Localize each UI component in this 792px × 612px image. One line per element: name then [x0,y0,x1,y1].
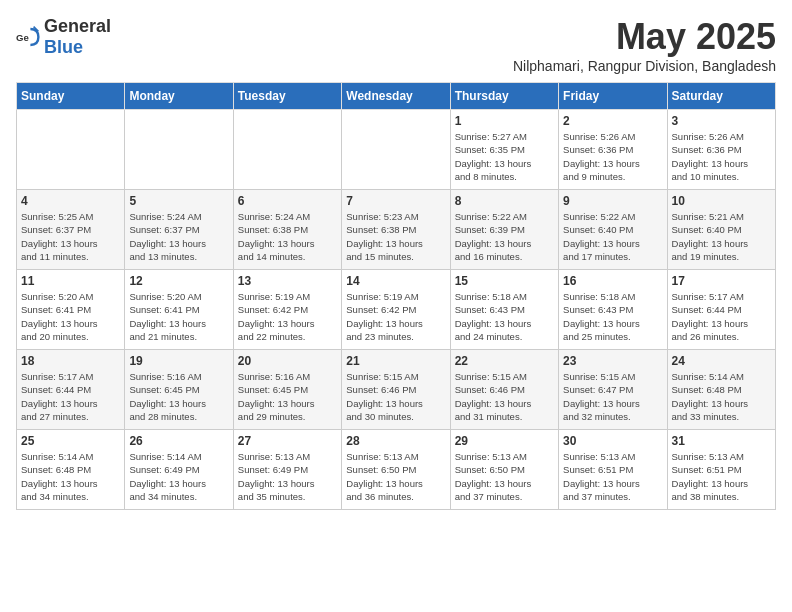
cell-info: Sunrise: 5:20 AMSunset: 6:41 PMDaylight:… [129,290,228,343]
calendar-cell [125,110,233,190]
day-number: 18 [21,354,120,368]
logo-text: General Blue [44,16,111,58]
calendar-cell: 6Sunrise: 5:24 AMSunset: 6:38 PMDaylight… [233,190,341,270]
day-number: 14 [346,274,445,288]
cell-info: Sunrise: 5:24 AMSunset: 6:38 PMDaylight:… [238,210,337,263]
day-number: 27 [238,434,337,448]
cell-info: Sunrise: 5:18 AMSunset: 6:43 PMDaylight:… [563,290,662,343]
logo-icon: Ge [16,25,40,49]
cell-info: Sunrise: 5:24 AMSunset: 6:37 PMDaylight:… [129,210,228,263]
calendar-cell: 1Sunrise: 5:27 AMSunset: 6:35 PMDaylight… [450,110,558,190]
cell-info: Sunrise: 5:15 AMSunset: 6:46 PMDaylight:… [346,370,445,423]
calendar-cell: 19Sunrise: 5:16 AMSunset: 6:45 PMDayligh… [125,350,233,430]
cell-info: Sunrise: 5:19 AMSunset: 6:42 PMDaylight:… [238,290,337,343]
weekday-header-sunday: Sunday [17,83,125,110]
cell-info: Sunrise: 5:26 AMSunset: 6:36 PMDaylight:… [563,130,662,183]
day-number: 17 [672,274,771,288]
calendar-cell: 2Sunrise: 5:26 AMSunset: 6:36 PMDaylight… [559,110,667,190]
cell-info: Sunrise: 5:13 AMSunset: 6:50 PMDaylight:… [455,450,554,503]
cell-info: Sunrise: 5:17 AMSunset: 6:44 PMDaylight:… [672,290,771,343]
weekday-header-friday: Friday [559,83,667,110]
day-number: 29 [455,434,554,448]
calendar-cell: 27Sunrise: 5:13 AMSunset: 6:49 PMDayligh… [233,430,341,510]
location-subtitle: Nilphamari, Rangpur Division, Bangladesh [513,58,776,74]
svg-text:Ge: Ge [16,32,29,43]
calendar-cell: 24Sunrise: 5:14 AMSunset: 6:48 PMDayligh… [667,350,775,430]
calendar-cell: 5Sunrise: 5:24 AMSunset: 6:37 PMDaylight… [125,190,233,270]
day-number: 12 [129,274,228,288]
day-number: 24 [672,354,771,368]
weekday-header-saturday: Saturday [667,83,775,110]
cell-info: Sunrise: 5:15 AMSunset: 6:46 PMDaylight:… [455,370,554,423]
day-number: 30 [563,434,662,448]
calendar-cell: 13Sunrise: 5:19 AMSunset: 6:42 PMDayligh… [233,270,341,350]
calendar-cell: 18Sunrise: 5:17 AMSunset: 6:44 PMDayligh… [17,350,125,430]
day-number: 19 [129,354,228,368]
day-number: 1 [455,114,554,128]
calendar-cell: 16Sunrise: 5:18 AMSunset: 6:43 PMDayligh… [559,270,667,350]
calendar-cell: 9Sunrise: 5:22 AMSunset: 6:40 PMDaylight… [559,190,667,270]
calendar-cell: 10Sunrise: 5:21 AMSunset: 6:40 PMDayligh… [667,190,775,270]
calendar-cell: 31Sunrise: 5:13 AMSunset: 6:51 PMDayligh… [667,430,775,510]
calendar-cell [17,110,125,190]
cell-info: Sunrise: 5:13 AMSunset: 6:51 PMDaylight:… [563,450,662,503]
calendar-cell: 21Sunrise: 5:15 AMSunset: 6:46 PMDayligh… [342,350,450,430]
calendar-cell: 8Sunrise: 5:22 AMSunset: 6:39 PMDaylight… [450,190,558,270]
calendar-cell: 15Sunrise: 5:18 AMSunset: 6:43 PMDayligh… [450,270,558,350]
day-number: 28 [346,434,445,448]
calendar-cell [233,110,341,190]
calendar-cell: 30Sunrise: 5:13 AMSunset: 6:51 PMDayligh… [559,430,667,510]
day-number: 31 [672,434,771,448]
cell-info: Sunrise: 5:13 AMSunset: 6:50 PMDaylight:… [346,450,445,503]
day-number: 16 [563,274,662,288]
cell-info: Sunrise: 5:14 AMSunset: 6:49 PMDaylight:… [129,450,228,503]
day-number: 23 [563,354,662,368]
cell-info: Sunrise: 5:16 AMSunset: 6:45 PMDaylight:… [238,370,337,423]
day-number: 26 [129,434,228,448]
calendar-cell: 4Sunrise: 5:25 AMSunset: 6:37 PMDaylight… [17,190,125,270]
cell-info: Sunrise: 5:15 AMSunset: 6:47 PMDaylight:… [563,370,662,423]
calendar-cell: 7Sunrise: 5:23 AMSunset: 6:38 PMDaylight… [342,190,450,270]
day-number: 11 [21,274,120,288]
cell-info: Sunrise: 5:14 AMSunset: 6:48 PMDaylight:… [672,370,771,423]
cell-info: Sunrise: 5:19 AMSunset: 6:42 PMDaylight:… [346,290,445,343]
day-number: 2 [563,114,662,128]
logo-general: General [44,16,111,36]
day-number: 6 [238,194,337,208]
day-number: 21 [346,354,445,368]
day-number: 4 [21,194,120,208]
weekday-header-monday: Monday [125,83,233,110]
cell-info: Sunrise: 5:21 AMSunset: 6:40 PMDaylight:… [672,210,771,263]
cell-info: Sunrise: 5:27 AMSunset: 6:35 PMDaylight:… [455,130,554,183]
cell-info: Sunrise: 5:22 AMSunset: 6:39 PMDaylight:… [455,210,554,263]
day-number: 22 [455,354,554,368]
cell-info: Sunrise: 5:13 AMSunset: 6:51 PMDaylight:… [672,450,771,503]
calendar-cell: 22Sunrise: 5:15 AMSunset: 6:46 PMDayligh… [450,350,558,430]
cell-info: Sunrise: 5:22 AMSunset: 6:40 PMDaylight:… [563,210,662,263]
calendar-cell: 12Sunrise: 5:20 AMSunset: 6:41 PMDayligh… [125,270,233,350]
weekday-header-tuesday: Tuesday [233,83,341,110]
logo-blue: Blue [44,37,83,57]
calendar-cell: 17Sunrise: 5:17 AMSunset: 6:44 PMDayligh… [667,270,775,350]
title-block: May 2025 Nilphamari, Rangpur Division, B… [513,16,776,74]
calendar-cell: 25Sunrise: 5:14 AMSunset: 6:48 PMDayligh… [17,430,125,510]
calendar-table: SundayMondayTuesdayWednesdayThursdayFrid… [16,82,776,510]
day-number: 3 [672,114,771,128]
calendar-cell: 23Sunrise: 5:15 AMSunset: 6:47 PMDayligh… [559,350,667,430]
calendar-cell: 28Sunrise: 5:13 AMSunset: 6:50 PMDayligh… [342,430,450,510]
month-title: May 2025 [513,16,776,58]
cell-info: Sunrise: 5:26 AMSunset: 6:36 PMDaylight:… [672,130,771,183]
cell-info: Sunrise: 5:20 AMSunset: 6:41 PMDaylight:… [21,290,120,343]
cell-info: Sunrise: 5:14 AMSunset: 6:48 PMDaylight:… [21,450,120,503]
calendar-cell: 14Sunrise: 5:19 AMSunset: 6:42 PMDayligh… [342,270,450,350]
day-number: 20 [238,354,337,368]
cell-info: Sunrise: 5:23 AMSunset: 6:38 PMDaylight:… [346,210,445,263]
cell-info: Sunrise: 5:13 AMSunset: 6:49 PMDaylight:… [238,450,337,503]
calendar-cell: 3Sunrise: 5:26 AMSunset: 6:36 PMDaylight… [667,110,775,190]
cell-info: Sunrise: 5:18 AMSunset: 6:43 PMDaylight:… [455,290,554,343]
cell-info: Sunrise: 5:16 AMSunset: 6:45 PMDaylight:… [129,370,228,423]
page-header: Ge General Blue May 2025 Nilphamari, Ran… [16,16,776,74]
day-number: 8 [455,194,554,208]
calendar-cell: 26Sunrise: 5:14 AMSunset: 6:49 PMDayligh… [125,430,233,510]
day-number: 9 [563,194,662,208]
